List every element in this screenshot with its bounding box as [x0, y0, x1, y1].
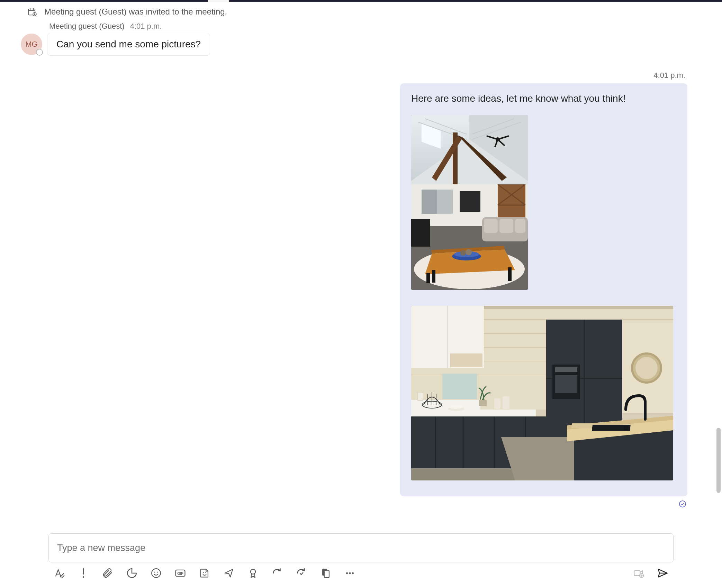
message-attachments [411, 115, 676, 480]
svg-rect-36 [426, 273, 430, 283]
outgoing-message-bubble[interactable]: Here are some ideas, let me know what yo… [400, 83, 687, 496]
attach-file-icon[interactable] [101, 567, 114, 580]
more-options-icon[interactable] [343, 567, 357, 580]
format-text-icon[interactable] [53, 567, 66, 580]
gif-icon[interactable]: GIF [174, 567, 187, 580]
message-input[interactable]: Type a new message [48, 533, 674, 562]
video-clip-icon[interactable] [632, 567, 645, 580]
emoji-icon[interactable] [150, 567, 163, 580]
incoming-message-meta: Meeting guest (Guest) 4:01 p.m. [21, 22, 708, 31]
svg-rect-57 [555, 375, 577, 393]
svg-point-96 [205, 572, 206, 573]
svg-point-92 [157, 572, 158, 573]
loop-component-icon[interactable] [125, 567, 138, 580]
svg-point-83 [449, 405, 463, 409]
avatar-initials: MG [25, 40, 37, 49]
chat-message-list[interactable]: Meeting guest (Guest) was invited to the… [0, 2, 722, 533]
refresh-tick-icon[interactable] [295, 567, 308, 580]
system-event-row: Meeting guest (Guest) was invited to the… [21, 7, 708, 17]
svg-rect-41 [411, 219, 430, 247]
svg-rect-86 [503, 396, 509, 409]
svg-rect-76 [624, 426, 628, 430]
priority-icon[interactable] [77, 567, 90, 580]
svg-point-39 [460, 250, 466, 256]
svg-rect-31 [515, 219, 525, 233]
svg-rect-21 [460, 191, 480, 212]
scrollbar[interactable] [716, 2, 721, 533]
share-icon[interactable] [222, 567, 235, 580]
svg-point-91 [154, 572, 155, 573]
composer-toolbar: GIF [48, 567, 674, 580]
outgoing-timestamp: 4:01 p.m. [653, 71, 687, 80]
system-event-text: Meeting guest (Guest) was invited to the… [44, 7, 227, 17]
svg-point-90 [152, 569, 161, 578]
scrollbar-thumb[interactable] [716, 428, 721, 493]
calendar-add-icon [27, 7, 37, 17]
incoming-message-text: Can you send me some pictures? [56, 39, 201, 49]
svg-rect-61 [450, 353, 482, 367]
svg-rect-84 [479, 400, 487, 406]
svg-point-89 [83, 576, 84, 578]
svg-rect-29 [484, 219, 498, 233]
svg-rect-77 [571, 423, 593, 428]
svg-rect-34 [432, 270, 435, 283]
copy-icon[interactable] [319, 567, 332, 580]
chat-window: Meeting guest (Guest) was invited to the… [0, 0, 722, 588]
svg-point-40 [466, 249, 472, 255]
incoming-timestamp: 4:01 p.m. [130, 22, 162, 31]
presence-indicator [36, 49, 43, 56]
incoming-sender-name: Meeting guest (Guest) [49, 22, 125, 31]
sender-avatar[interactable]: MG [21, 34, 42, 55]
svg-rect-62 [442, 374, 477, 399]
svg-point-102 [352, 572, 354, 574]
svg-rect-58 [555, 367, 577, 372]
svg-marker-63 [411, 410, 536, 416]
svg-marker-64 [411, 400, 480, 410]
ribbon-icon[interactable] [246, 567, 260, 580]
sticker-icon[interactable] [198, 567, 211, 580]
svg-point-95 [203, 572, 204, 573]
svg-rect-30 [499, 219, 513, 233]
outgoing-message-text: Here are some ideas, let me know what yo… [411, 93, 676, 104]
svg-point-88 [679, 501, 686, 507]
svg-rect-35 [508, 267, 512, 281]
svg-text:GIF: GIF [177, 571, 183, 576]
svg-point-97 [251, 569, 255, 574]
refresh-icon[interactable] [271, 567, 284, 580]
send-icon[interactable] [656, 567, 669, 580]
outgoing-message-group: 4:01 p.m. Here are some ideas, let me kn… [400, 71, 687, 509]
svg-rect-103 [634, 571, 640, 576]
svg-rect-87 [417, 392, 423, 401]
attachment-image-2[interactable] [411, 306, 673, 480]
svg-rect-85 [494, 398, 500, 409]
message-composer: Type a new message [0, 533, 722, 588]
read-receipt-icon [678, 500, 687, 509]
incoming-message-row: MG Can you send me some pictures? [21, 33, 708, 56]
svg-point-52 [635, 357, 658, 379]
svg-rect-99 [324, 571, 329, 578]
svg-point-101 [349, 572, 351, 574]
svg-rect-20 [422, 190, 437, 214]
message-input-placeholder: Type a new message [57, 543, 665, 553]
svg-point-100 [346, 572, 348, 574]
incoming-message-bubble[interactable]: Can you send me some pictures? [47, 33, 210, 56]
attachment-image-1[interactable] [411, 115, 528, 290]
